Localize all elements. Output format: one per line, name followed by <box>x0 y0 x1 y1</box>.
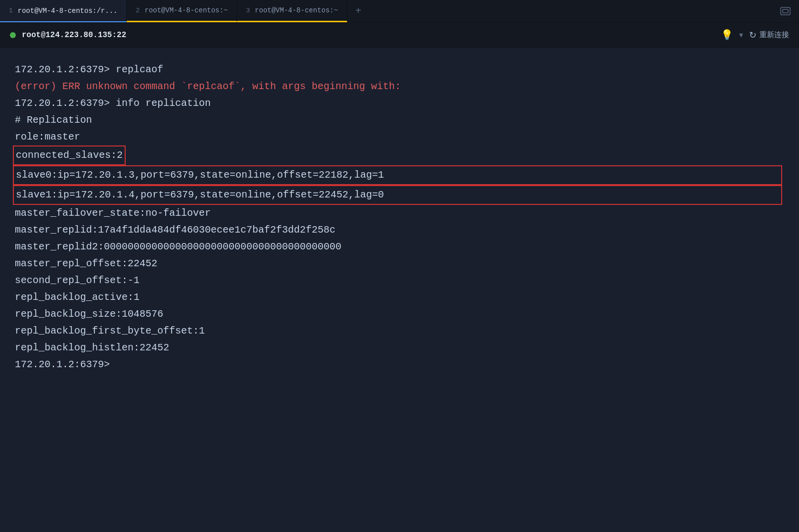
tab-1-number: 1 <box>9 7 13 14</box>
terminal-line: master_failover_state:no-failover <box>15 205 784 222</box>
terminal-line: repl_backlog_histlen:22452 <box>15 339 784 356</box>
terminal-line: role:master <box>15 129 784 145</box>
svg-rect-0 <box>781 7 790 15</box>
connection-status-dot <box>10 32 16 38</box>
terminal-line: # Replication <box>15 112 784 129</box>
window-icon <box>772 0 799 22</box>
terminal-line: repl_backlog_active:1 <box>15 289 784 306</box>
tab-2-label: root@VM-4-8-centos:~ <box>144 6 228 14</box>
connection-bar: root@124.223.80.135:22 💡 ▾ ↻ 重新连接 <box>0 23 799 48</box>
terminal-line: master_repl_offset:22452 <box>15 255 784 272</box>
reconnect-label: 重新连接 <box>759 30 789 40</box>
tab-3-number: 3 <box>246 7 250 14</box>
terminal-area: 172.20.1.2:6379> replcaof(error) ERR unk… <box>0 48 799 387</box>
bulb-icon[interactable]: 💡 <box>721 29 733 41</box>
terminal-line: slave0:ip=172.20.1.3,port=6379,state=onl… <box>15 165 784 185</box>
connection-label: root@124.223.80.135:22 <box>22 31 126 40</box>
terminal-line: second_repl_offset:-1 <box>15 272 784 289</box>
terminal-line: repl_backlog_first_byte_offset:1 <box>15 323 784 339</box>
tab-3[interactable]: 3 root@VM-4-8-centos:~ <box>237 0 347 22</box>
refresh-icon: ↻ <box>749 30 756 41</box>
connection-actions: 💡 ▾ ↻ 重新连接 <box>721 29 789 41</box>
tab-2-number: 2 <box>136 7 140 14</box>
terminal-line: master_replid2:0000000000000000000000000… <box>15 239 784 255</box>
dropdown-arrow-icon[interactable]: ▾ <box>739 30 743 40</box>
terminal-line: slave1:ip=172.20.1.4,port=6379,state=onl… <box>15 185 784 205</box>
tab-1[interactable]: 1 root@VM-4-8-centos:/r... <box>0 0 127 22</box>
svg-rect-1 <box>783 9 788 13</box>
add-tab-button[interactable]: + <box>347 0 369 22</box>
terminal-line: 172.20.1.2:6379> info replication <box>15 95 784 112</box>
terminal-line: master_replid:17a4f1dda484df46030ecee1c7… <box>15 222 784 239</box>
tab-1-label: root@VM-4-8-centos:/r... <box>18 7 118 15</box>
terminal-line: (error) ERR unknown command `replcaof`, … <box>15 78 784 95</box>
terminal-line: 172.20.1.2:6379> replcaof <box>15 61 784 78</box>
terminal-line: connected_slaves:2 <box>15 145 784 165</box>
terminal-line: repl_backlog_size:1048576 <box>15 306 784 323</box>
terminal-line: 172.20.1.2:6379> <box>15 356 784 373</box>
tab-bar: 1 root@VM-4-8-centos:/r... 2 root@VM-4-8… <box>0 0 799 23</box>
tab-2[interactable]: 2 root@VM-4-8-centos:~ <box>127 0 237 22</box>
reconnect-button[interactable]: ↻ 重新连接 <box>749 30 789 41</box>
tab-3-label: root@VM-4-8-centos:~ <box>255 6 338 14</box>
